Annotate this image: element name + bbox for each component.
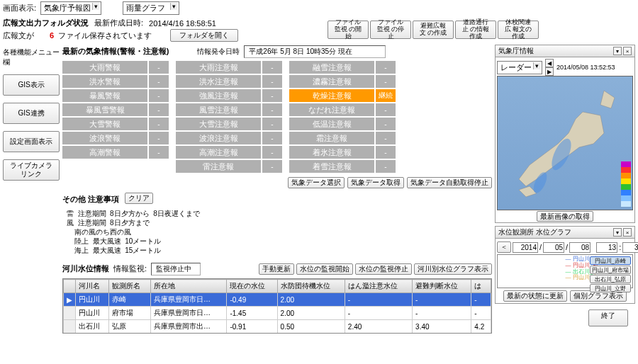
alarm-col2-1: 洪水注意報 <box>176 75 261 88</box>
table-header[interactable]: 現在の水位 <box>227 280 277 293</box>
side-title: 各種機能メニュー欄 <box>3 47 60 67</box>
weather-title: 最新の気象情報(警報・注意報) <box>62 46 169 57</box>
alarm-col2-6-side: - <box>262 146 282 159</box>
alarm-col3-1-side: - <box>376 75 396 88</box>
alarm-col3-2: 乾燥注意報 <box>289 89 374 102</box>
table-row[interactable]: ▶円山川赤崎兵庫県豊岡市日…-0.492.00--- <box>64 293 491 307</box>
get-latest-image-button[interactable]: 最新画像の取得 <box>537 211 593 222</box>
river-button-2[interactable]: 水位の監視停止 <box>355 263 412 275</box>
alarm-col3-0: 融雪注意報 <box>289 61 374 74</box>
clear-button[interactable]: クリア <box>125 193 153 204</box>
radar-dropdown[interactable]: レーダー <box>497 61 542 74</box>
folder-title: 広報文出力フォルダ状況 <box>3 18 89 28</box>
dt-prev-button[interactable]: ＜ <box>497 241 511 253</box>
alarm-col3-7-side: - <box>376 160 396 173</box>
side-button-0[interactable]: GIS表示 <box>3 74 60 96</box>
graph-dropdown[interactable]: 雨量グラフ <box>123 1 179 15</box>
alarm-col1-4-side: - <box>149 118 169 130</box>
table-header[interactable]: 観測所名 <box>109 280 151 293</box>
panel1-close-icon[interactable]: × <box>623 47 632 55</box>
table-header[interactable]: 河川名 <box>76 280 109 293</box>
month-input[interactable] <box>543 242 564 253</box>
alarm-col1-2-side: - <box>149 89 169 102</box>
alarm-col3-3-side: - <box>376 103 396 116</box>
water-chart: 円山川_赤…円山川_府…出石川_弘…円山川_立… 円山川_赤崎円山川_府市場出石… <box>497 254 633 288</box>
alarm-col1-6: 高潮警報 <box>62 146 147 159</box>
alarm-col2-3-side: - <box>262 103 282 116</box>
upper-button-1[interactable]: ファイル監視 の停止 <box>370 21 411 39</box>
alarm-col2-6: 高潮注意報 <box>176 146 261 159</box>
side-button-3[interactable]: ライブカメラリンク <box>3 159 60 181</box>
table-header[interactable]: はん濫注意水位 <box>345 280 412 293</box>
alarm-col3-1: 濃霧注意報 <box>289 75 374 88</box>
screen-dropdown[interactable]: 気象庁予報図 <box>40 1 101 15</box>
water-level-panel: 水位観測所 水位グラフ ▾ × ＜ / / : <box>495 226 635 304</box>
chart-series-button-0[interactable]: 円山川_赤崎 <box>590 256 631 265</box>
alarm-col1-5: 波浪警報 <box>62 132 147 144</box>
prev-icon[interactable]: ◀ <box>545 59 554 67</box>
chart-series-button-2[interactable]: 出石川_弘原 <box>590 275 631 283</box>
weather-agency-panel: 気象庁情報 ▾ × レーダー ◀▶ 2014/05/08 13:52:53 <box>495 45 635 223</box>
panel2-title: 水位観測所 水位グラフ <box>498 227 571 237</box>
river-button-1[interactable]: 水位の監視開始 <box>296 263 353 275</box>
alarm-col2-2-side: - <box>262 89 282 102</box>
alarm-col3-7: 着雪注意報 <box>289 160 374 173</box>
radar-timestamp: 2014/05/08 13:52:53 <box>556 64 615 71</box>
river-title: 河川水位情報 <box>62 263 109 274</box>
next-icon[interactable]: ▶ <box>545 67 554 76</box>
folder-latest-label: 最新作成日時: <box>94 18 143 28</box>
other-title: その他 注意事項 <box>62 194 119 205</box>
issued-value: 平成26年 5月 8日 10時35分 現在 <box>244 45 386 58</box>
alarm-col2-2: 強風注意報 <box>176 89 261 102</box>
alarm-col3-6: 着氷注意報 <box>289 146 374 159</box>
table-header[interactable]: 避難判断水位 <box>413 280 471 293</box>
river-button-0[interactable]: 手動更新 <box>259 263 294 275</box>
upper-button-2[interactable]: 避難広報文 の作成 <box>413 21 454 39</box>
wx-button-2[interactable]: 気象データ自動取得停止 <box>407 177 492 188</box>
folder-latest-value: 2014/4/16 18:58:51 <box>149 19 216 28</box>
refresh-latest-button[interactable]: 最新の状態に更新 <box>503 290 567 302</box>
table-header[interactable]: 水防団待機水位 <box>277 280 345 293</box>
side-button-1[interactable]: GIS連携 <box>3 103 60 124</box>
alarm-col2-5-side: - <box>262 132 282 144</box>
upper-button-4[interactable]: 休校関連広 報文の作成 <box>498 21 539 39</box>
table-row[interactable]: 出石川弘原兵庫県豊岡市出…-0.910.502.403.404.2 <box>64 320 491 334</box>
year-input[interactable] <box>513 242 538 253</box>
upper-button-3[interactable]: 道路通行止 の情報作成 <box>455 21 496 39</box>
table-row[interactable]: 円山川府市場兵庫県豊岡市日…-1.452.00--- <box>64 307 491 320</box>
panel2-dropdown-icon[interactable]: ▾ <box>613 228 622 237</box>
alarm-col1-1-side: - <box>149 75 169 88</box>
folder-line2b: ファイル保存されています <box>58 30 152 41</box>
table-header[interactable]: 所在地 <box>151 280 227 293</box>
chart-series-button-1[interactable]: 円山川_府市場 <box>590 266 631 274</box>
alarm-col2-0-side: - <box>262 61 282 74</box>
alarm-col2-4-side: - <box>262 118 282 130</box>
chart-series-button-3[interactable]: 円山川_立野 <box>590 284 631 292</box>
alarm-col1-5-side: - <box>149 132 169 144</box>
panel1-dropdown-icon[interactable]: ▾ <box>613 47 622 55</box>
alarm-col3-5-side: - <box>376 132 396 144</box>
open-folder-button[interactable]: フォルダを開く <box>170 29 238 42</box>
upper-button-0[interactable]: ファイル監視 の開始 <box>328 21 369 39</box>
table-header[interactable]: は <box>471 280 491 293</box>
table-header[interactable] <box>64 280 76 293</box>
river-button-3[interactable]: 河川別水位グラフ表示 <box>414 263 492 275</box>
side-button-2[interactable]: 設定画面表示 <box>3 131 60 152</box>
panel2-close-icon[interactable]: × <box>623 228 632 237</box>
radar-map <box>497 76 633 210</box>
exit-button[interactable]: 終了 <box>588 309 628 326</box>
day-input[interactable] <box>569 242 591 253</box>
other-text: 雷 注意期間 8日夕方から 8日夜遅くまで 風 注意期間 8日夕方まで 南の風の… <box>67 209 492 255</box>
issued-label: 情報発令日時 <box>197 47 240 57</box>
wx-button-1[interactable]: 気象データ取得 <box>347 177 404 188</box>
wx-button-0[interactable]: 気象データ選択 <box>288 177 345 188</box>
river-table[interactable]: 河川名観測所名所在地現在の水位水防団待機水位はん濫注意水位避難判断水位は▶円山川… <box>63 279 491 334</box>
hour-input[interactable] <box>596 242 617 253</box>
river-mon-status: 監視停止中 <box>151 263 201 275</box>
folder-line2a: 広報文が <box>3 30 34 41</box>
alarm-col1-3-side: - <box>149 103 169 116</box>
alarm-col1-4: 大雪警報 <box>62 118 147 130</box>
alarm-col1-1: 洪水警報 <box>62 75 147 88</box>
minute-input[interactable] <box>622 242 638 253</box>
alarm-col2-7: 雷注意報 <box>176 160 261 173</box>
